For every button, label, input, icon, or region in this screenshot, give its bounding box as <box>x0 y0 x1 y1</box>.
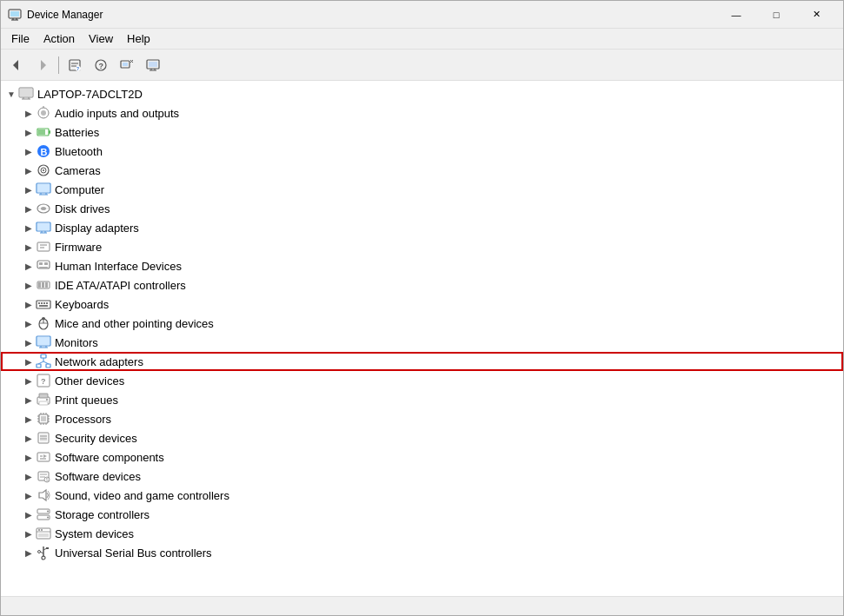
computer-icon <box>18 86 34 102</box>
svg-rect-64 <box>38 302 40 304</box>
display-icon <box>36 220 51 235</box>
svg-rect-15 <box>123 63 128 66</box>
toolbar-separator-1 <box>58 56 59 74</box>
svg-rect-127 <box>38 533 49 537</box>
tree-item-hid[interactable]: ▶ Human Interface Devices <box>1 256 843 275</box>
tree-item-display[interactable]: ▶ Display adapters <box>1 218 843 237</box>
monitors-icon <box>36 334 51 350</box>
scan-button[interactable] <box>115 54 139 76</box>
menu-view[interactable]: View <box>82 30 120 47</box>
svg-point-133 <box>42 556 45 560</box>
battery-icon <box>36 124 51 140</box>
back-button[interactable] <box>4 54 29 76</box>
tree-root-item[interactable]: ▼ LAPTOP-7ADCLT2D <box>1 84 843 103</box>
expand-network-icon: ▶ <box>22 354 36 368</box>
menu-file[interactable]: File <box>4 30 37 47</box>
svg-point-122 <box>47 517 49 519</box>
tree-item-system[interactable]: ▶ System devices <box>1 524 843 543</box>
tree-item-audio[interactable]: ▶ Audio inputs and outputs <box>1 103 843 123</box>
tree-item-computer[interactable]: ▶ Computer <box>1 180 843 199</box>
help-button[interactable]: ? <box>89 54 113 76</box>
audio-label: Audio inputs and outputs <box>55 107 179 120</box>
svg-rect-32 <box>49 130 50 134</box>
svg-rect-48 <box>37 223 50 230</box>
expand-print-icon: ▶ <box>22 393 36 407</box>
monitors-label: Monitors <box>55 336 98 349</box>
tree-root-list: ▼ LAPTOP-7ADCLT2D ▶ <box>1 84 843 562</box>
expand-root-icon: ▼ <box>4 87 18 101</box>
svg-rect-66 <box>43 302 45 304</box>
expand-sw-comp-icon: ▶ <box>22 450 36 464</box>
forward-icon <box>36 58 50 72</box>
svg-rect-130 <box>46 547 49 549</box>
expand-usb-icon: ▶ <box>22 546 36 560</box>
minimize-button[interactable]: ― <box>716 1 756 29</box>
disk-label: Disk drives <box>55 202 110 215</box>
tree-item-usb[interactable]: ▶ Universal Serial Bus controllers <box>1 543 843 562</box>
tree-item-cameras[interactable]: ▶ Cameras <box>1 161 843 180</box>
back-icon <box>10 58 23 72</box>
close-button[interactable]: ✕ <box>796 1 836 29</box>
monitor-button[interactable] <box>141 54 165 76</box>
svg-marker-112 <box>43 454 47 458</box>
tree-item-sound[interactable]: ▶ Sound, video and game controllers <box>1 486 843 505</box>
svg-point-125 <box>38 529 40 531</box>
tree-item-network[interactable]: ▶ Network adapters <box>1 352 843 371</box>
tree-item-security[interactable]: ▶ Security devices <box>1 428 843 447</box>
svg-rect-61 <box>42 282 44 288</box>
tree-item-software-components[interactable]: ▶ Software components <box>1 447 843 467</box>
svg-point-126 <box>41 529 43 531</box>
expand-ide-icon: ▶ <box>22 278 36 292</box>
svg-rect-58 <box>39 267 48 268</box>
tree-item-mice[interactable]: ▶ Mice and other pointing devices <box>1 314 843 333</box>
tree-item-ide[interactable]: ▶ IDE ATA/ATAPI controllers <box>1 275 843 295</box>
tree-item-firmware[interactable]: ▶ Firmware <box>1 237 843 256</box>
tree-item-print[interactable]: ▶ Print queues <box>1 390 843 409</box>
usb-icon <box>36 545 51 560</box>
svg-rect-73 <box>42 317 45 320</box>
menu-bar: File Action View Help <box>1 29 843 50</box>
security-label: Security devices <box>55 432 137 445</box>
processors-label: Processors <box>55 413 111 426</box>
svg-rect-65 <box>41 302 43 304</box>
properties-icon: ? <box>68 58 82 72</box>
other-label: Other devices <box>55 374 124 387</box>
expand-sw-dev-icon: ▶ <box>22 469 36 483</box>
expand-hid-icon: ▶ <box>22 259 36 273</box>
svg-text:B: B <box>41 147 48 157</box>
expand-security-icon: ▶ <box>22 431 36 445</box>
tree-item-processors[interactable]: ▶ <box>1 409 843 428</box>
svg-rect-60 <box>38 282 41 288</box>
tree-item-storage[interactable]: ▶ Storage controllers <box>1 505 843 524</box>
device-manager-window: Device Manager ― □ ✕ File Action View He… <box>0 0 844 616</box>
sound-icon <box>36 487 51 503</box>
tree-item-disk[interactable]: ▶ Disk drives <box>1 199 843 218</box>
svg-rect-56 <box>39 262 43 265</box>
audio-icon <box>36 105 51 121</box>
forward-button[interactable] <box>30 54 55 76</box>
svg-rect-75 <box>37 337 50 345</box>
maximize-button[interactable]: □ <box>756 1 796 29</box>
content-area: ▼ LAPTOP-7ADCLT2D ▶ <box>1 81 843 596</box>
sound-label: Sound, video and game controllers <box>55 489 229 502</box>
properties-button[interactable]: ? <box>63 54 87 76</box>
expand-sound-icon: ▶ <box>22 488 36 502</box>
svg-rect-57 <box>44 262 48 265</box>
menu-action[interactable]: Action <box>37 30 82 47</box>
tree-item-batteries[interactable]: ▶ Batteries <box>1 123 843 142</box>
title-bar: Device Manager ― □ ✕ <box>1 1 843 29</box>
expand-bluetooth-icon: ▶ <box>22 144 36 158</box>
tree-item-software-devices[interactable]: ▶ S Software devices <box>1 467 843 486</box>
svg-point-132 <box>38 551 41 553</box>
tree-item-keyboards[interactable]: ▶ Keyboards <box>1 295 843 314</box>
expand-audio-icon: ▶ <box>22 106 36 120</box>
storage-icon <box>36 507 51 522</box>
tree-item-other[interactable]: ▶ ? Other devices <box>1 371 843 390</box>
device-tree[interactable]: ▼ LAPTOP-7ADCLT2D ▶ <box>1 81 843 596</box>
menu-help[interactable]: Help <box>120 30 157 47</box>
tree-item-bluetooth[interactable]: ▶ B Bluetooth <box>1 142 843 161</box>
mice-label: Mice and other pointing devices <box>55 317 214 330</box>
tree-item-monitors[interactable]: ▶ Monitors <box>1 333 843 352</box>
expand-system-icon: ▶ <box>22 527 36 540</box>
batteries-label: Batteries <box>55 126 99 139</box>
